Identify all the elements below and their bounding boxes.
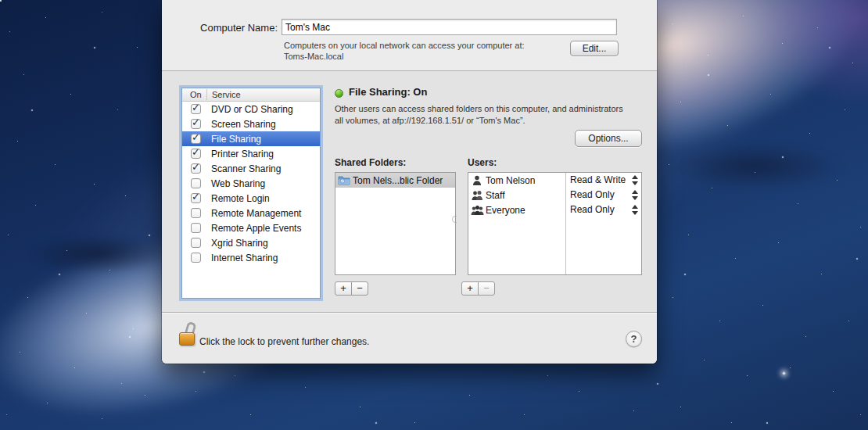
add-shared-folder-button[interactable]: +: [335, 281, 352, 296]
service-row-file-sharing[interactable]: ✓ File Sharing: [182, 131, 320, 146]
users-add-remove: + −: [461, 281, 495, 296]
remove-shared-folder-button[interactable]: −: [351, 281, 368, 296]
permission-stepper[interactable]: [631, 190, 638, 200]
checkmark-icon: ✓: [192, 131, 200, 143]
service-checkbox[interactable]: ✓: [191, 104, 201, 114]
column-header-on: On: [190, 90, 202, 99]
status-green-dot-icon: [335, 89, 343, 98]
stepper-down-icon: [632, 211, 638, 215]
checkmark-icon: ✓: [192, 102, 200, 113]
service-checkbox[interactable]: [191, 223, 201, 233]
service-label: Remote Apple Events: [211, 223, 301, 234]
shared-folder-icon: [338, 175, 350, 185]
checkmark-icon: ✓: [192, 161, 200, 173]
shared-folders-list: Tom Nels...blic Folder: [335, 172, 456, 275]
service-label: Web Sharing: [211, 178, 265, 189]
computer-name-input[interactable]: [282, 19, 617, 35]
nebula-dust: [0, 211, 180, 297]
shared-folders-label: Shared Folders:: [335, 157, 406, 168]
users-list: Tom Nelson Read & Write Staff Read Only …: [468, 172, 642, 275]
service-checkbox[interactable]: ✓: [191, 134, 201, 144]
service-checkbox[interactable]: [191, 253, 201, 263]
user-name: Tom Nelson: [486, 175, 535, 186]
permission-stepper[interactable]: [631, 205, 638, 215]
service-checkbox[interactable]: [191, 178, 201, 188]
sharing-preferences-window: Computer Name: Computers on your local n…: [162, 0, 657, 364]
permission-stepper[interactable]: [631, 175, 638, 185]
footer-section: Click the lock to prevent further change…: [162, 312, 657, 364]
file-sharing-description: Other users can access shared folders on…: [335, 103, 646, 126]
service-row-scanner-sharing[interactable]: ✓ Scanner Sharing: [182, 161, 320, 176]
computer-name-description: Computers on your local network can acce…: [284, 40, 525, 62]
service-label: File Sharing: [211, 134, 261, 145]
shared-folder-row[interactable]: Tom Nels...blic Folder: [335, 173, 455, 188]
description-line-2: Toms-Mac.local: [284, 51, 525, 62]
stepper-down-icon: [632, 196, 638, 200]
edit-button[interactable]: Edit...: [570, 41, 619, 56]
services-list: On Service ✓ DVD or CD Sharing ✓ Screen …: [181, 88, 321, 299]
service-row-remote-apple-events[interactable]: Remote Apple Events: [182, 220, 320, 235]
checkmark-icon: ✓: [192, 116, 200, 128]
computer-name-label: Computer Name:: [162, 22, 278, 34]
user-row-tom-nelson[interactable]: Tom Nelson Read & Write: [468, 173, 641, 188]
starfield-large: [0, 0, 2, 2]
service-label: Internet Sharing: [211, 253, 278, 263]
service-label: Screen Sharing: [211, 119, 276, 130]
description-line-1: Computers on your local network can acce…: [284, 40, 525, 51]
service-label: DVD or CD Sharing: [211, 104, 293, 115]
nebula-purple: [665, 0, 868, 172]
help-button[interactable]: ?: [626, 331, 642, 347]
stepper-up-icon: [632, 205, 638, 209]
two-users-icon: [471, 190, 484, 201]
service-label: Remote Login: [211, 193, 270, 204]
user-name: Everyone: [486, 205, 525, 216]
single-user-icon: [471, 175, 484, 186]
user-row-staff[interactable]: Staff Read Only: [468, 188, 641, 202]
service-row-printer-sharing[interactable]: ✓ Printer Sharing: [182, 146, 320, 161]
stepper-up-icon: [632, 190, 638, 194]
service-row-dvd-or-cd-sharing[interactable]: ✓ DVD or CD Sharing: [182, 102, 320, 116]
service-checkbox[interactable]: [191, 208, 201, 218]
service-checkbox[interactable]: [191, 238, 201, 248]
services-list-header: On Service: [182, 88, 320, 102]
checkmark-icon: ✓: [192, 191, 200, 202]
service-row-remote-management[interactable]: Remote Management: [182, 206, 320, 220]
service-label: Scanner Sharing: [211, 163, 281, 174]
lock-hint-text: Click the lock to prevent further change…: [199, 336, 369, 347]
detail-description-line-2: all volumes, at afp://192.168.1.51/ or “…: [335, 115, 646, 127]
service-row-xgrid-sharing[interactable]: Xgrid Sharing: [182, 235, 320, 250]
list-resize-dimple[interactable]: [452, 216, 457, 223]
detail-description-line-1: Other users can access shared folders on…: [335, 103, 646, 115]
remove-user-button[interactable]: −: [478, 281, 495, 296]
checkmark-icon: ✓: [192, 146, 200, 158]
bright-star: [782, 371, 786, 375]
status-title: File Sharing: On: [349, 86, 427, 98]
service-label: Remote Management: [211, 208, 301, 219]
lock-body: [179, 332, 195, 346]
service-row-internet-sharing[interactable]: Internet Sharing: [182, 250, 320, 265]
service-row-screen-sharing[interactable]: ✓ Screen Sharing: [182, 116, 320, 131]
service-label: Xgrid Sharing: [211, 238, 268, 249]
shared-folders-add-remove: + −: [335, 281, 368, 296]
column-header-service: Service: [212, 90, 241, 99]
service-row-web-sharing[interactable]: Web Sharing: [182, 176, 320, 191]
unlocked-padlock-icon[interactable]: [178, 321, 201, 353]
service-checkbox[interactable]: ✓: [191, 163, 201, 174]
options-button[interactable]: Options...: [575, 130, 642, 147]
column-divider: [206, 89, 207, 100]
service-checkbox[interactable]: ✓: [191, 119, 201, 129]
service-checkbox[interactable]: ✓: [191, 193, 201, 203]
permission-value: Read Only: [570, 204, 615, 215]
service-label: Printer Sharing: [211, 149, 274, 159]
service-row-remote-login[interactable]: ✓ Remote Login: [182, 191, 320, 206]
service-checkbox[interactable]: ✓: [191, 149, 201, 159]
user-name: Staff: [486, 190, 504, 201]
shared-folder-name: Tom Nels...blic Folder: [353, 175, 443, 186]
permission-value: Read & Write: [570, 174, 626, 185]
stepper-down-icon: [632, 181, 638, 185]
permission-value: Read Only: [570, 189, 615, 200]
user-row-everyone[interactable]: Everyone Read Only: [468, 202, 641, 217]
add-user-button[interactable]: +: [461, 281, 479, 296]
group-users-icon: [471, 205, 484, 216]
users-label: Users:: [468, 157, 497, 168]
